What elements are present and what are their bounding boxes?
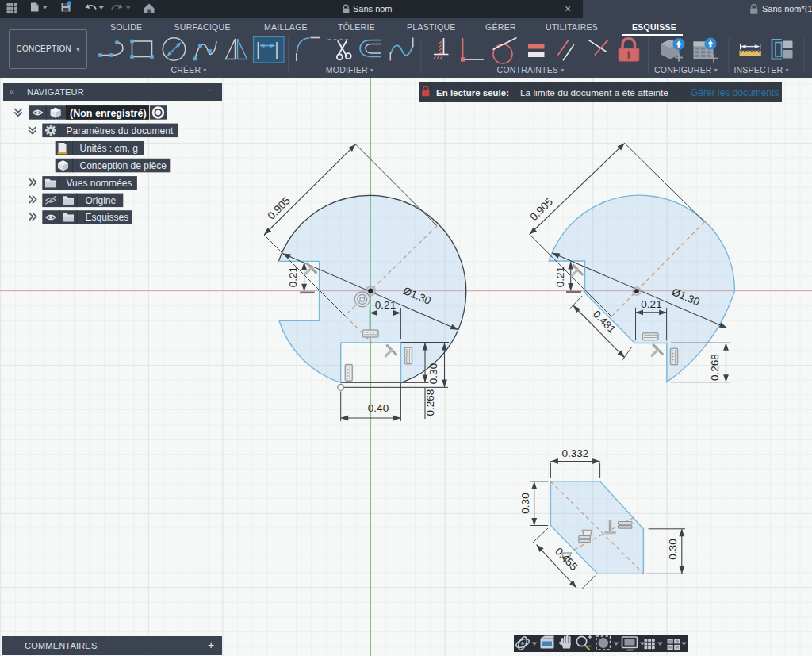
svg-text:0.21: 0.21 (554, 267, 566, 287)
svg-text:Conception de pièce: Conception de pièce (80, 160, 167, 171)
svg-text:0.332: 0.332 (562, 447, 589, 459)
svg-text:Vues nommées: Vues nommées (67, 178, 132, 189)
svg-text:0.268: 0.268 (424, 389, 436, 416)
svg-text:En lecture seule:: En lecture seule: (436, 88, 509, 98)
svg-text:0.21: 0.21 (288, 267, 300, 287)
svg-text:0.268: 0.268 (709, 354, 721, 381)
svg-text:0.21: 0.21 (375, 299, 396, 311)
svg-text:0.30: 0.30 (519, 493, 531, 513)
svg-text:Unités : cm, g: Unités : cm, g (80, 143, 138, 154)
svg-text:Paramètres du document: Paramètres du document (67, 125, 174, 136)
svg-text:0.905: 0.905 (528, 196, 556, 224)
svg-text:La limite du document a été at: La limite du document a été atteinte (520, 87, 668, 98)
svg-text:Origine: Origine (86, 195, 117, 206)
svg-text:(Non enregistré): (Non enregistré) (70, 108, 147, 119)
svg-text:Esquisses: Esquisses (86, 212, 129, 223)
svg-text:0.30: 0.30 (667, 539, 679, 559)
svg-text:0.40: 0.40 (368, 402, 389, 414)
svg-text:Gérer les documents: Gérer les documents (691, 87, 779, 98)
svg-text:0.21: 0.21 (641, 298, 661, 310)
svg-text:0.30: 0.30 (427, 363, 439, 384)
